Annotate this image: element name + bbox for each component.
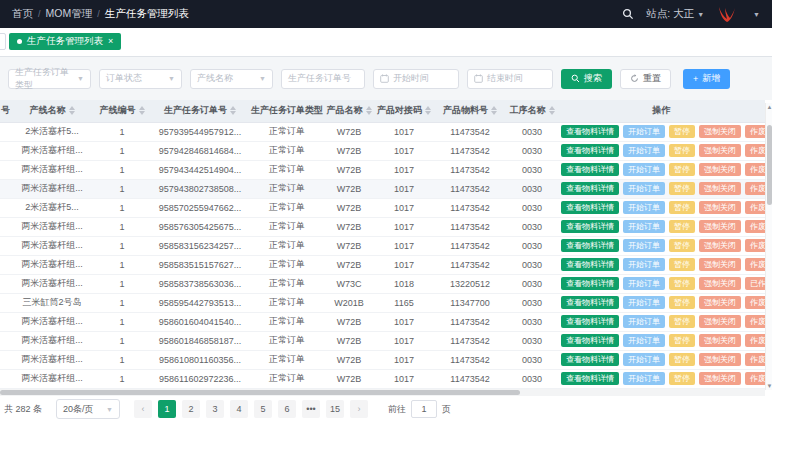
pause-button[interactable]: 暂停 [669,296,695,309]
view-material-button[interactable]: 查看物料详情 [561,220,619,233]
breadcrumb-item[interactable]: MOM管理 [46,7,93,19]
sort-asc-icon[interactable] [425,106,431,110]
view-material-button[interactable]: 查看物料详情 [561,353,619,366]
start-order-button[interactable]: 开始订单 [623,201,665,214]
column-header[interactable]: 产品物料号 [434,100,506,122]
page-number-button[interactable]: 2 [182,400,200,418]
void-button[interactable]: 作废 [745,144,765,157]
next-page-button[interactable]: › [350,400,368,418]
pause-button[interactable]: 暂停 [669,163,695,176]
start-order-button[interactable]: 开始订单 [623,334,665,347]
pause-button[interactable]: 暂停 [669,182,695,195]
start-order-button[interactable]: 开始订单 [623,277,665,290]
void-button[interactable]: 作废 [745,315,765,328]
view-material-button[interactable]: 查看物料详情 [561,372,619,385]
sort-desc-icon[interactable] [425,111,431,115]
sort-icon[interactable] [491,106,497,115]
start-order-button[interactable]: 开始订单 [623,258,665,271]
view-material-button[interactable]: 查看物料详情 [561,163,619,176]
force-close-button[interactable]: 强制关闭 [699,201,741,214]
pause-button[interactable]: 暂停 [669,277,695,290]
void-button[interactable]: 作废 [745,296,765,309]
void-button[interactable]: 作废 [745,163,765,176]
force-close-button[interactable]: 强制关闭 [699,277,741,290]
force-close-button[interactable]: 强制关闭 [699,144,741,157]
sort-asc-icon[interactable] [69,106,75,110]
sort-icon[interactable] [69,106,75,115]
sort-desc-icon[interactable] [366,111,372,115]
view-material-button[interactable]: 查看物料详情 [561,125,619,138]
page-number-button[interactable]: 1 [158,400,176,418]
scroll-up-icon[interactable]: ▲ [766,104,773,110]
start-order-button[interactable]: 开始订单 [623,353,665,366]
pause-button[interactable]: 暂停 [669,372,695,385]
sort-asc-icon[interactable] [366,106,372,110]
void-button[interactable]: 作废 [745,182,765,195]
view-material-button[interactable]: 查看物料详情 [561,144,619,157]
start-order-button[interactable]: 开始订单 [623,182,665,195]
force-close-button[interactable]: 强制关闭 [699,296,741,309]
sort-desc-icon[interactable] [491,111,497,115]
start-order-button[interactable]: 开始订单 [623,315,665,328]
void-button[interactable]: 作废 [745,125,765,138]
force-close-button[interactable]: 强制关闭 [699,353,741,366]
start-order-button[interactable]: 开始订单 [623,220,665,233]
void-button[interactable]: 作废 [745,334,765,347]
pause-button[interactable]: 暂停 [669,201,695,214]
pause-button[interactable]: 暂停 [669,315,695,328]
start-order-button[interactable]: 开始订单 [623,296,665,309]
vertical-scrollbar-thumb[interactable] [767,125,772,205]
sort-icon[interactable] [366,106,372,115]
line-name-select[interactable]: 产线名称 ▼ [190,69,273,89]
user-menu-caret-icon[interactable]: ▼ [753,11,760,18]
void-button[interactable]: 作废 [745,239,765,252]
start-order-button[interactable]: 开始订单 [623,144,665,157]
view-material-button[interactable]: 查看物料详情 [561,334,619,347]
view-material-button[interactable]: 查看物料详情 [561,296,619,309]
page-number-button[interactable]: 4 [230,400,248,418]
force-close-button[interactable]: 强制关闭 [699,239,741,252]
force-close-button[interactable]: 强制关闭 [699,315,741,328]
page-number-button[interactable]: 3 [206,400,224,418]
void-button[interactable]: 作废 [745,201,765,214]
pause-button[interactable]: 暂停 [669,258,695,271]
force-close-button[interactable]: 强制关闭 [699,163,741,176]
void-button[interactable]: 已作废 [745,277,765,290]
search-icon[interactable] [622,8,634,20]
column-header[interactable]: 产品名称 [324,100,374,122]
goto-page-input[interactable] [411,400,437,418]
force-close-button[interactable]: 强制关闭 [699,182,741,195]
prev-page-button[interactable]: ‹ [134,400,152,418]
column-header[interactable]: 工序名称 [506,100,558,122]
reset-button[interactable]: 重置 [620,69,671,89]
view-material-button[interactable]: 查看物料详情 [561,182,619,195]
horizontal-scrollbar-thumb[interactable] [0,390,520,395]
site-selector[interactable]: 站点: 大正 ▼ [646,7,704,21]
sort-asc-icon[interactable] [139,106,145,110]
sort-icon[interactable] [549,106,555,115]
tab-close-icon[interactable]: × [108,37,113,46]
tab-active[interactable]: 生产任务管理列表 × [9,33,121,50]
vertical-scrollbar[interactable]: ▲ ▼ [765,103,772,390]
end-time-input[interactable]: 结束时间 [467,69,553,89]
horizontal-scrollbar[interactable] [0,389,765,396]
pause-button[interactable]: 暂停 [669,239,695,252]
sort-desc-icon[interactable] [139,111,145,115]
pause-button[interactable]: 暂停 [669,144,695,157]
void-button[interactable]: 作废 [745,372,765,385]
page-number-button[interactable]: 5 [254,400,272,418]
start-order-button[interactable]: 开始订单 [623,239,665,252]
start-time-input[interactable]: 开始时间 [373,69,459,89]
sort-asc-icon[interactable] [491,106,497,110]
column-header[interactable]: 产线编号 [94,100,150,122]
force-close-button[interactable]: 强制关闭 [699,258,741,271]
force-close-button[interactable]: 强制关闭 [699,220,741,233]
void-button[interactable]: 作废 [745,220,765,233]
breadcrumb-item[interactable]: 生产任务管理列表 [105,7,189,19]
void-button[interactable]: 作废 [745,353,765,366]
start-order-button[interactable]: 开始订单 [623,372,665,385]
void-button[interactable]: 作废 [745,258,765,271]
page-number-button[interactable]: 6 [278,400,296,418]
add-button[interactable]: + 新增 [683,69,730,89]
sort-asc-icon[interactable] [230,106,236,110]
